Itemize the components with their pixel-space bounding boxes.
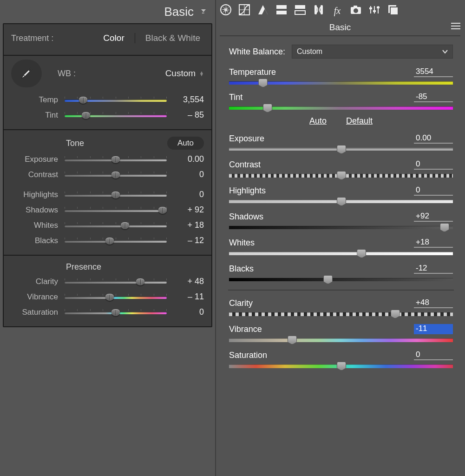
vibrance-slider[interactable] xyxy=(65,293,167,301)
acr-contrast-slider[interactable] xyxy=(229,172,453,179)
panel-menu-icon[interactable] xyxy=(451,22,460,32)
acr-wb-select[interactable]: Custom xyxy=(292,45,453,59)
treatment-label: Treatment : xyxy=(11,33,99,43)
acr-temp-value[interactable]: 3554 xyxy=(414,67,453,77)
panel-toggle-icon[interactable] xyxy=(198,7,209,17)
contrast-value[interactable]: 0 xyxy=(167,170,204,179)
treatment-bw-button[interactable]: Black & White xyxy=(142,33,204,43)
panel-title: Basic xyxy=(164,5,198,19)
basic-tab-icon[interactable] xyxy=(220,4,232,18)
acr-whites-label: Whites xyxy=(229,238,414,248)
wb-preset-select[interactable]: Custom ▲▼ xyxy=(165,68,204,79)
treatment-divider xyxy=(135,33,135,43)
acr-clarity-slider[interactable] xyxy=(229,310,453,317)
svg-rect-27 xyxy=(377,7,380,8)
acr-contrast-value[interactable]: 0 xyxy=(414,159,453,170)
auto-tone-button[interactable]: Auto xyxy=(167,137,204,150)
acr-wb-label: White Balance: xyxy=(229,47,285,57)
shadows-label: Shadows xyxy=(11,205,65,215)
svg-rect-18 xyxy=(321,5,323,14)
hsl-tab-icon[interactable] xyxy=(275,4,288,18)
blacks-value[interactable]: – 12 xyxy=(167,236,204,245)
acr-exposure-slider[interactable] xyxy=(229,145,453,153)
exposure-value[interactable]: 0.00 xyxy=(167,154,204,164)
treatment-color-button[interactable]: Color xyxy=(99,33,128,43)
acr-clarity-label: Clarity xyxy=(229,298,414,308)
saturation-slider[interactable] xyxy=(65,308,167,317)
tint-label: Tint xyxy=(11,111,65,120)
svg-rect-14 xyxy=(276,11,287,14)
svg-rect-32 xyxy=(451,28,460,29)
tone-curve-tab-icon[interactable] xyxy=(238,4,250,18)
svg-rect-30 xyxy=(451,23,460,24)
exposure-slider[interactable] xyxy=(65,155,167,164)
acr-shadows-value[interactable]: +92 xyxy=(414,212,453,222)
blacks-slider[interactable] xyxy=(65,237,167,245)
saturation-value[interactable]: 0 xyxy=(167,307,204,317)
wb-label: WB : xyxy=(58,69,76,79)
acr-highlights-slider[interactable] xyxy=(229,198,453,205)
acr-shadows-slider[interactable] xyxy=(229,224,453,231)
temp-value[interactable]: 3,554 xyxy=(167,95,204,105)
tint-slider[interactable] xyxy=(65,111,167,119)
svg-rect-16 xyxy=(295,11,305,14)
acr-whites-slider[interactable] xyxy=(229,250,453,257)
whites-value[interactable]: + 18 xyxy=(167,220,204,230)
whites-label: Whites xyxy=(11,221,65,230)
acr-vibrance-slider[interactable] xyxy=(229,336,453,344)
acr-blacks-value[interactable]: -12 xyxy=(414,264,453,274)
acr-tint-value[interactable]: -85 xyxy=(414,92,453,102)
shadows-slider[interactable] xyxy=(65,206,167,214)
split-toning-tab-icon[interactable] xyxy=(294,4,306,18)
camera-calibration-tab-icon[interactable] xyxy=(350,4,362,18)
stepper-icon: ▲▼ xyxy=(199,71,204,76)
acr-whites-value[interactable]: +18 xyxy=(414,238,453,248)
vibrance-value[interactable]: – 11 xyxy=(167,292,204,302)
saturation-label: Saturation xyxy=(11,308,65,317)
acr-clarity-value[interactable]: +48 xyxy=(414,298,453,308)
highlights-slider[interactable] xyxy=(65,191,167,199)
clarity-slider[interactable] xyxy=(65,278,167,286)
white-balance-eyedropper-icon[interactable] xyxy=(11,60,42,87)
acr-temp-slider[interactable] xyxy=(229,79,453,86)
svg-rect-15 xyxy=(295,5,305,9)
acr-tint-slider[interactable] xyxy=(229,104,453,112)
clarity-label: Clarity xyxy=(11,277,65,286)
svg-rect-26 xyxy=(373,10,376,12)
tint-value[interactable]: – 85 xyxy=(167,110,204,120)
highlights-value[interactable]: 0 xyxy=(167,190,204,199)
detail-tab-icon[interactable] xyxy=(257,4,269,18)
blacks-label: Blacks xyxy=(11,236,65,245)
acr-panel-title: Basic xyxy=(329,22,351,33)
whites-slider[interactable] xyxy=(65,221,167,230)
svg-rect-31 xyxy=(451,26,460,26)
acr-exposure-label: Exposure xyxy=(229,134,414,144)
acr-highlights-value[interactable]: 0 xyxy=(414,185,453,196)
acr-exposure-value[interactable]: 0.00 xyxy=(414,133,453,144)
acr-saturation-value[interactable]: 0 xyxy=(414,350,453,360)
presence-group-label: Presence xyxy=(66,262,204,272)
exposure-label: Exposure xyxy=(11,155,65,164)
panel-header: Basic xyxy=(3,0,212,23)
svg-rect-25 xyxy=(369,7,372,9)
acr-blacks-slider[interactable] xyxy=(229,276,453,283)
acr-auto-button[interactable]: Auto xyxy=(309,116,327,126)
acr-blacks-label: Blacks xyxy=(229,264,414,274)
acr-vibrance-label: Vibrance xyxy=(229,324,414,334)
lens-corrections-tab-icon[interactable] xyxy=(313,4,325,18)
acr-tint-label: Tint xyxy=(229,93,414,102)
shadows-value[interactable]: + 92 xyxy=(167,205,204,215)
clarity-value[interactable]: + 48 xyxy=(167,277,204,286)
temp-slider[interactable] xyxy=(65,96,167,104)
snapshots-tab-icon[interactable] xyxy=(387,4,399,18)
acr-vibrance-value[interactable]: -11 xyxy=(414,324,453,334)
svg-rect-1 xyxy=(202,13,203,13)
svg-rect-13 xyxy=(276,5,287,9)
acr-wb-value: Custom xyxy=(297,47,322,56)
acr-default-button[interactable]: Default xyxy=(346,116,373,126)
acr-saturation-slider[interactable] xyxy=(229,362,453,370)
effects-tab-icon[interactable]: fx xyxy=(331,6,343,16)
contrast-slider[interactable] xyxy=(65,171,167,179)
acr-highlights-label: Highlights xyxy=(229,186,414,196)
presets-tab-icon[interactable] xyxy=(368,4,380,18)
